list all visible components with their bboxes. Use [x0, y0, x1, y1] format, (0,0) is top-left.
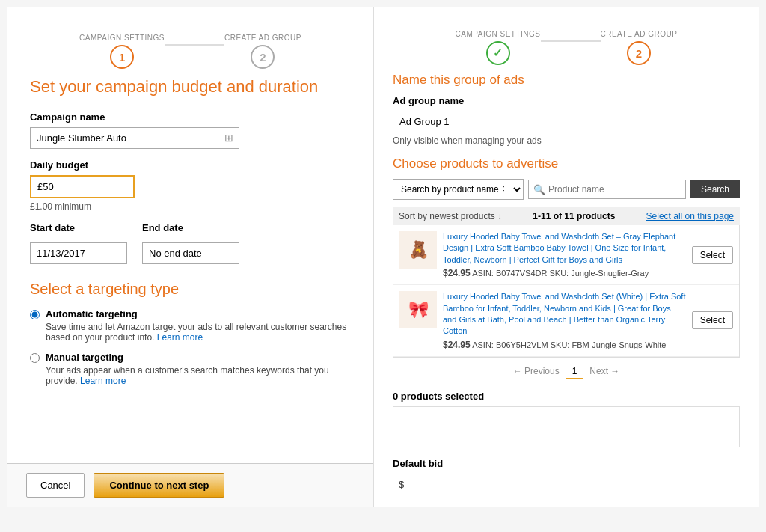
sort-label: Sort by newest products ↓	[399, 211, 502, 221]
product-info-1: Luxury Hooded Baby Towel and Washcloth S…	[443, 231, 686, 278]
product-meta-2: $24.95 ASIN: B06Y5H2VLM SKU: FBM-Jungle-…	[443, 340, 686, 350]
product-asin-2: ASIN: B06Y5H2VLM SKU: FBM-Jungle-Snugs-W…	[472, 340, 666, 349]
right-step2: CREATE AD GROUP 2	[601, 30, 678, 65]
right-stepper: CAMPAIGN SETTINGS ✓ CREATE AD GROUP 2	[393, 19, 740, 73]
auto-targeting-label: Automatic targeting	[46, 308, 351, 319]
campaign-name-label: Campaign name	[30, 111, 351, 123]
product-title-1: Luxury Hooded Baby Towel and Washcloth S…	[443, 231, 686, 266]
pagination: ← Previous 1 Next →	[393, 358, 740, 385]
product-asin-1: ASIN: B0747VS4DR SKU: Jungle-Snuglier-Gr…	[472, 269, 649, 278]
right-panel: CAMPAIGN SETTINGS ✓ CREATE AD GROUP 2 Na…	[374, 7, 759, 507]
products-list-header: Sort by newest products ↓ 1-11 of 11 pro…	[393, 207, 740, 225]
campaign-name-icon: ⊞	[224, 132, 233, 144]
campaign-name-input-wrap: ⊞	[30, 127, 239, 149]
auto-learn-more-link[interactable]: Learn more	[157, 332, 203, 343]
select-all-link[interactable]: Select all on this page	[646, 211, 734, 221]
auto-targeting-desc: Save time and let Amazon target your ads…	[46, 322, 351, 343]
cancel-button[interactable]: Cancel	[26, 473, 85, 498]
right-step1: CAMPAIGN SETTINGS ✓	[456, 30, 541, 65]
products-title: Choose products to advertise	[393, 156, 740, 171]
right-step1-label: CAMPAIGN SETTINGS	[456, 30, 541, 38]
products-section: Choose products to advertise Search by p…	[393, 156, 740, 495]
right-step1-circle: ✓	[486, 41, 510, 65]
default-bid-input-wrap: $	[393, 474, 497, 495]
step2-label: CREATE AD GROUP	[224, 34, 301, 42]
ad-group-name-helper: Only visible when managing your ads	[393, 135, 740, 146]
product-search-row: Search by product name ÷ 🔍 Search	[393, 179, 740, 200]
budget-helper: £1.00 minimum	[30, 201, 351, 212]
product-thumbnail-1: 🧸	[399, 231, 437, 269]
end-date-input[interactable]	[142, 242, 239, 264]
daily-budget-input[interactable]	[30, 175, 135, 198]
step2: CREATE AD GROUP 2	[224, 34, 301, 69]
manual-targeting-option: Manual targeting Your ads appear when a …	[30, 352, 351, 386]
products-count: 1-11 of 11 products	[533, 211, 615, 221]
auto-targeting-text: Automatic targeting Save time and let Am…	[46, 308, 351, 343]
select-product-1-button[interactable]: Select	[692, 246, 733, 264]
selected-products-box	[393, 406, 740, 447]
default-bid-input[interactable]	[393, 474, 497, 495]
continue-button[interactable]: Continue to next step	[94, 473, 224, 498]
table-row: 🧸 Luxury Hooded Baby Towel and Washcloth…	[393, 225, 739, 285]
prev-arrow[interactable]: ← Previous	[513, 366, 560, 376]
table-row: 🎀 Luxury Hooded Baby Towel and Washcloth…	[393, 285, 739, 357]
daily-budget-label: Daily budget	[30, 159, 351, 171]
search-magnifier-icon: 🔍	[533, 184, 545, 195]
product-thumbnail-2: 🎀	[399, 291, 437, 328]
search-type-select[interactable]: Search by product name ÷	[393, 179, 524, 200]
default-bid-label: Default bid	[393, 458, 740, 469]
ad-group-name-label: Ad group name	[393, 95, 740, 106]
left-stepper: CAMPAIGN SETTINGS 1 CREATE AD GROUP 2	[30, 22, 351, 76]
targeting-section: Select a targeting type Automatic target…	[30, 281, 351, 386]
step1-label: CAMPAIGN SETTINGS	[79, 34, 165, 42]
manual-targeting-radio[interactable]	[30, 353, 40, 363]
start-date-input[interactable]	[30, 242, 127, 264]
product-meta-1: $24.95 ASIN: B0747VS4DR SKU: Jungle-Snug…	[443, 268, 686, 278]
start-date-label: Start date	[30, 222, 127, 233]
manual-targeting-label: Manual targeting	[46, 352, 351, 363]
end-date-label: End date	[142, 222, 239, 233]
product-price-1: $24.95	[443, 268, 471, 278]
selected-products-label: 0 products selected	[393, 391, 740, 402]
campaign-name-field: Campaign name ⊞	[30, 111, 351, 149]
product-title-2: Luxury Hooded Baby Towel and Washcloth S…	[443, 291, 686, 337]
auto-targeting-radio[interactable]	[30, 310, 40, 319]
ad-group-name-input[interactable]	[393, 111, 557, 132]
ad-group-name-field: Ad group name Only visible when managing…	[393, 95, 740, 146]
right-step2-label: CREATE AD GROUP	[601, 30, 678, 38]
right-step-connector	[541, 40, 601, 42]
ad-group-section-title: Name this group of ads	[393, 73, 740, 88]
campaign-name-input[interactable]	[30, 127, 239, 149]
campaign-section-title: Set your campaign budget and duration	[30, 76, 351, 98]
product-price-2: $24.95	[443, 340, 471, 350]
dates-row: Start date End date	[30, 222, 351, 264]
product-info-2: Luxury Hooded Baby Towel and Washcloth S…	[443, 291, 686, 350]
manual-targeting-desc: Your ads appear when a customer's search…	[46, 365, 351, 386]
page-1-button[interactable]: 1	[566, 364, 584, 379]
step1-circle: 1	[110, 45, 134, 69]
manual-learn-more-link[interactable]: Learn more	[80, 376, 126, 386]
auto-targeting-option: Automatic targeting Save time and let Am…	[30, 308, 351, 343]
manual-targeting-text: Manual targeting Your ads appear when a …	[46, 352, 351, 386]
end-date-field: End date	[142, 222, 239, 264]
daily-budget-field: Daily budget £1.00 minimum	[30, 159, 351, 212]
footer-bar: Cancel Continue to next step	[7, 463, 373, 507]
step2-circle: 2	[251, 45, 275, 69]
bid-currency-symbol: $	[399, 479, 404, 490]
start-date-field: Start date	[30, 222, 127, 264]
next-arrow[interactable]: Next →	[589, 366, 619, 376]
product-list: 🧸 Luxury Hooded Baby Towel and Washcloth…	[393, 225, 740, 358]
right-step2-circle: 2	[627, 41, 651, 65]
product-search-input[interactable]	[528, 180, 686, 199]
search-button[interactable]: Search	[690, 180, 740, 198]
select-product-2-button[interactable]: Select	[692, 311, 733, 329]
search-input-wrap: 🔍	[528, 180, 686, 199]
targeting-title: Select a targeting type	[30, 281, 351, 298]
step-connector	[165, 44, 224, 46]
step1: CAMPAIGN SETTINGS 1	[79, 34, 165, 69]
